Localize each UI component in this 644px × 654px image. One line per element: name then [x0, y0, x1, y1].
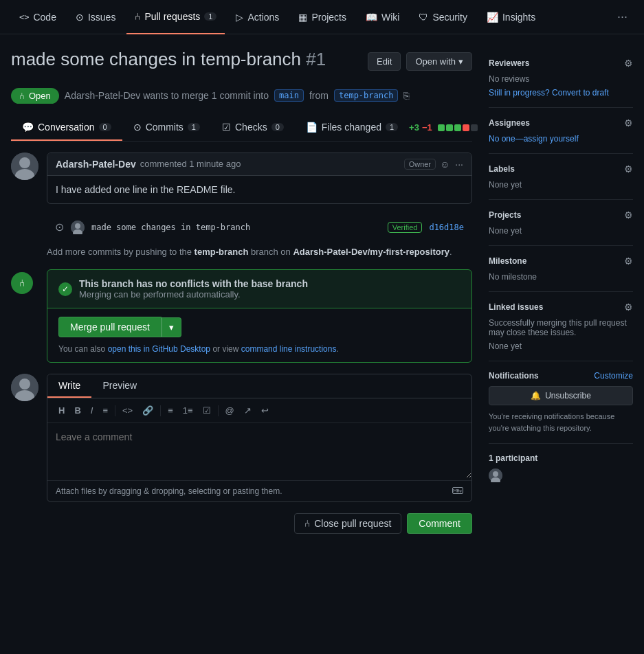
notifications-info: You're receiving notifications because y…	[489, 411, 633, 433]
tab-conversation[interactable]: 💬 Conversation 0	[11, 115, 122, 141]
wiki-icon: 📖	[366, 12, 377, 23]
head-branch-tag[interactable]: temp-branch	[334, 89, 398, 102]
task-list-button[interactable]: ☑	[200, 404, 214, 417]
copy-branch-icon[interactable]: ⎘	[403, 90, 409, 101]
sidebar-labels: Labels ⚙ None yet	[489, 154, 633, 200]
commit-ref: ⊙ made some changes in temp-branch Verif…	[47, 215, 472, 240]
smiley-icon[interactable]: ☺	[440, 159, 449, 170]
merge-title: This branch has no conflicts with the ba…	[79, 278, 308, 289]
comment-button[interactable]: Comment	[407, 513, 472, 534]
top-nav: <> Code ⊙ Issues ⑃ Pull requests 1 ▷ Act…	[0, 0, 644, 34]
commit-hash[interactable]: d16d18e	[429, 223, 464, 232]
sidebar-notifications-header: Notifications Customize	[489, 371, 633, 381]
convert-to-draft-link[interactable]: Still in progress? Convert to draft	[489, 88, 609, 98]
commit-message: made some changes in temp-branch	[91, 223, 250, 232]
diff-bar-5	[471, 124, 478, 131]
commenter-avatar	[11, 153, 38, 180]
attach-area[interactable]: Attach files by dragging & dropping, sel…	[56, 486, 282, 496]
reviewers-gear-icon[interactable]: ⚙	[624, 58, 633, 69]
nav-more-button[interactable]: ···	[612, 10, 633, 24]
nav-actions[interactable]: ▷ Actions	[227, 0, 287, 34]
nav-insights[interactable]: 📈 Insights	[478, 0, 544, 34]
nav-security[interactable]: 🛡 Security	[410, 0, 476, 34]
command-line-link[interactable]: command line instructions	[241, 344, 337, 354]
pr-meta: ⑃ Open Adarsh-Patel-Dev wants to merge 1…	[11, 88, 472, 104]
open-github-desktop-link[interactable]: open this in GitHub Desktop	[108, 344, 210, 354]
tab-files-changed[interactable]: 📄 Files changed 1	[295, 115, 409, 141]
bold-button[interactable]: H	[56, 404, 67, 417]
merge-dropdown-button[interactable]: ▾	[162, 317, 181, 337]
diff-bar-3	[454, 124, 461, 131]
pr-title: made some changes in temp-branch #1	[11, 48, 326, 71]
diff-stats: +3 −1	[409, 122, 478, 133]
mention-button[interactable]: @	[223, 404, 237, 417]
merge-icon-circle: ⑃	[11, 272, 33, 294]
merge-footer: Merge pull request ▾ You can also open t…	[47, 308, 471, 362]
comment-editor: Write Preview H B I ≡ <> 🔗 ≡ 1≡ ☑ @	[47, 374, 472, 502]
reference-button[interactable]: ↗	[241, 404, 254, 417]
comment-icons: ☺ ···	[440, 159, 463, 170]
merge-subtitle: Merging can be performed automatically.	[79, 289, 308, 300]
projects-gear-icon[interactable]: ⚙	[624, 210, 633, 221]
italic-button[interactable]: I	[88, 404, 96, 417]
milestone-gear-icon[interactable]: ⚙	[624, 256, 633, 267]
merge-pull-request-button[interactable]: Merge pull request	[58, 317, 162, 337]
insights-icon: 📈	[487, 12, 498, 23]
close-pull-request-button[interactable]: ⑃ Close pull request	[294, 513, 401, 534]
checks-badge: 0	[271, 123, 284, 131]
merge-check-icon: ✓	[58, 282, 72, 296]
sidebar: Reviewers ⚙ No reviews Still in progress…	[489, 48, 633, 534]
editor-section: Write Preview H B I ≡ <> 🔗 ≡ 1≡ ☑ @	[11, 374, 472, 502]
nav-pull-requests[interactable]: ⑃ Pull requests 1	[126, 0, 225, 34]
tab-commits[interactable]: ⊙ Commits 1	[122, 115, 211, 141]
merge-box: ✓ This branch has no conflicts with the …	[47, 269, 472, 363]
unordered-list-button[interactable]: ≡	[165, 404, 176, 417]
base-branch-tag[interactable]: main	[274, 89, 304, 102]
nav-code[interactable]: <> Code	[11, 0, 65, 34]
diff-bar-1	[438, 124, 445, 131]
assign-yourself-link[interactable]: No one—assign yourself	[489, 134, 579, 144]
svg-point-1	[19, 157, 30, 168]
link-button[interactable]: 🔗	[140, 404, 156, 417]
linked-issues-description: Successfully merging this pull request m…	[489, 318, 633, 337]
assignees-gear-icon[interactable]: ⚙	[624, 117, 633, 128]
editor-toolbar: H B I ≡ <> 🔗 ≡ 1≡ ☑ @ ↗ ↩	[47, 398, 471, 423]
nav-issues[interactable]: ⊙ Issues	[67, 0, 124, 34]
assignees-value: No one—assign yourself	[489, 134, 633, 144]
customize-notifications-link[interactable]: Customize	[594, 371, 633, 381]
editor-write-tab[interactable]: Write	[47, 374, 91, 398]
participant-avatar-1	[489, 469, 502, 482]
sidebar-notifications: Notifications Customize 🔔 Unsubscribe Yo…	[489, 361, 633, 444]
tab-checks[interactable]: ☑ Checks 0	[211, 115, 295, 141]
bold-text-button[interactable]: B	[71, 404, 83, 417]
editor-preview-tab[interactable]: Preview	[91, 374, 148, 398]
participants-list	[489, 469, 633, 484]
nav-projects[interactable]: ▦ Projects	[290, 0, 355, 34]
code-icon: <>	[19, 12, 29, 22]
ordered-list-button[interactable]: 1≡	[180, 404, 196, 417]
merge-buttons: Merge pull request ▾	[58, 317, 460, 337]
open-with-button[interactable]: Open with ▾	[406, 52, 472, 71]
linked-issues-gear-icon[interactable]: ⚙	[624, 302, 633, 313]
quote-button[interactable]: ≡	[100, 404, 111, 417]
labels-gear-icon[interactable]: ⚙	[624, 164, 633, 174]
participants-title: 1 participant	[489, 453, 633, 463]
code-button[interactable]: <>	[120, 404, 135, 417]
more-icon[interactable]: ···	[455, 159, 463, 170]
conversation-badge: 0	[99, 123, 111, 131]
nav-wiki[interactable]: 📖 Wiki	[357, 0, 408, 34]
merge-icon: ⑃	[19, 91, 25, 101]
markdown-icon	[452, 486, 463, 496]
pull-requests-icon: ⑃	[135, 11, 140, 22]
undo-button[interactable]: ↩	[258, 404, 271, 417]
edit-button[interactable]: Edit	[368, 52, 401, 71]
sidebar-linked-issues: Linked issues ⚙ Successfully merging thi…	[489, 292, 633, 361]
merge-section: ⑃ ✓ This branch has no conflicts with th…	[11, 269, 472, 363]
milestone-title: Milestone	[489, 256, 526, 266]
comment-textarea[interactable]	[47, 423, 471, 478]
unsubscribe-button[interactable]: 🔔 Unsubscribe	[489, 386, 633, 405]
merge-header: ✓ This branch has no conflicts with the …	[47, 270, 471, 308]
comment-box: Adarsh-Patel-Dev commented 1 minute ago …	[47, 153, 472, 204]
close-pr-icon: ⑃	[304, 518, 310, 529]
svg-rect-9	[453, 488, 463, 494]
